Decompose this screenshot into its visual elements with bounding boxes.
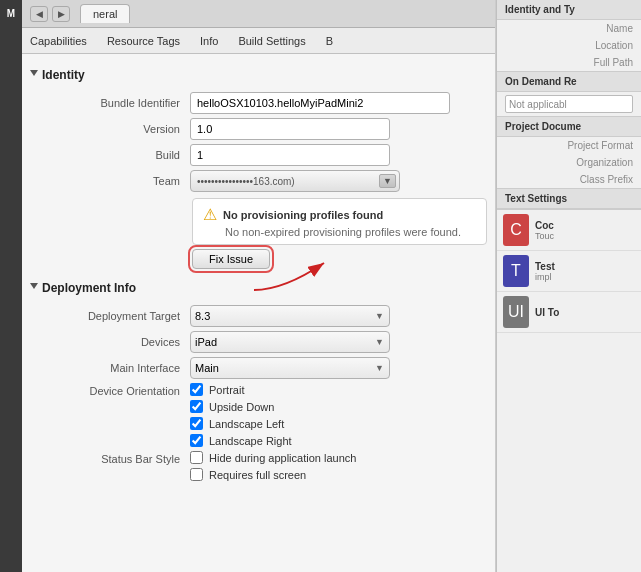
project-tab[interactable]: neral [80, 4, 130, 23]
bundle-identifier-control [190, 92, 450, 114]
identity-triangle[interactable] [30, 70, 38, 80]
upside-down-checkbox[interactable] [190, 400, 203, 413]
version-input[interactable] [190, 118, 390, 140]
portrait-checkbox[interactable] [190, 383, 203, 396]
test-file-info: Test impl [535, 261, 635, 282]
right-text-settings-section: Text Settings [497, 189, 641, 210]
right-name-row: Name [497, 20, 641, 37]
file-item-cocoa[interactable]: C Coc Touc [497, 210, 641, 251]
right-text-settings-title: Text Settings [497, 189, 641, 209]
identity-title: Identity [42, 68, 85, 82]
tab-b[interactable]: B [326, 31, 333, 51]
orientation-landscape-right[interactable]: Landscape Right [190, 434, 450, 447]
right-on-demand-title: On Demand Re [497, 72, 641, 92]
bundle-identifier-label: Bundle Identifier [30, 97, 190, 109]
sidebar-letter: M [7, 8, 15, 19]
ui-file-name: UI To [535, 307, 635, 318]
right-identity-section: Identity and Ty Name Location Full Path [497, 0, 641, 72]
warning-box: ⚠ No provisioning profiles found No non-… [192, 198, 487, 245]
orientation-checkboxes: Portrait Upside Down Landscape Left Land… [190, 383, 450, 447]
right-full-path-row: Full Path [497, 54, 641, 71]
cocoa-file-name: Coc [535, 220, 635, 231]
build-label: Build [30, 149, 190, 161]
landscape-right-label: Landscape Right [209, 435, 292, 447]
team-input[interactable] [190, 170, 400, 192]
left-sidebar: M [0, 0, 22, 572]
right-full-path-label: Full Path [505, 57, 633, 68]
orientation-portrait[interactable]: Portrait [190, 383, 450, 396]
test-icon-letter: T [511, 262, 521, 280]
warning-icon: ⚠ [203, 205, 217, 224]
nav-forward-button[interactable]: ▶ [52, 6, 70, 22]
right-organization-label: Organization [505, 157, 633, 168]
right-project-doc-section: Project Docume Project Format Organizati… [497, 117, 641, 189]
status-bar-checkboxes: Hide during application launch Requires … [190, 451, 450, 481]
file-icon-ui: UI [503, 296, 529, 328]
right-project-format-label: Project Format [505, 140, 633, 151]
cocoa-icon-letter: C [510, 221, 522, 239]
fix-issue-button[interactable]: Fix Issue [192, 249, 270, 269]
file-item-ui[interactable]: UI UI To [497, 292, 641, 333]
devices-row: Devices iPad [22, 331, 495, 353]
deployment-section: Deployment Info Deployment Target 8.3 De… [22, 279, 495, 481]
version-label: Version [30, 123, 190, 135]
team-dropdown-arrow[interactable]: ▼ [379, 174, 396, 188]
cocoa-file-info: Coc Touc [535, 220, 635, 241]
right-on-demand-input[interactable] [505, 95, 633, 113]
status-bar-row: Status Bar Style Hide during application… [22, 451, 495, 481]
tab-info[interactable]: Info [200, 31, 218, 51]
nav-controls: ◀ ▶ [30, 6, 70, 22]
warning-text: No non-expired provisioning profiles wer… [225, 226, 476, 238]
deployment-triangle[interactable] [30, 283, 38, 293]
build-row: Build [22, 144, 495, 166]
deployment-target-wrapper: 8.3 [190, 305, 390, 327]
identity-section-header: Identity [22, 66, 495, 88]
device-orientation-row: Device Orientation Portrait Upside Down … [22, 383, 495, 447]
main-interface-select[interactable]: Main [190, 357, 390, 379]
file-item-test[interactable]: T Test impl [497, 251, 641, 292]
devices-label: Devices [30, 336, 190, 348]
build-control [190, 144, 450, 166]
tab-build-settings[interactable]: Build Settings [238, 31, 305, 51]
team-label: Team [30, 175, 190, 187]
nav-back-button[interactable]: ◀ [30, 6, 48, 22]
right-on-demand-row [497, 92, 641, 116]
bundle-identifier-row: Bundle Identifier [22, 92, 495, 114]
orientation-landscape-left[interactable]: Landscape Left [190, 417, 450, 430]
file-icon-cocoa: C [503, 214, 529, 246]
tab-resource-tags[interactable]: Resource Tags [107, 31, 180, 51]
full-screen-checkbox[interactable] [190, 468, 203, 481]
orientation-upside-down[interactable]: Upside Down [190, 400, 450, 413]
upside-down-label: Upside Down [209, 401, 274, 413]
team-control: ▼ [190, 170, 450, 192]
right-organization-row: Organization [497, 154, 641, 171]
cocoa-file-desc: Touc [535, 231, 635, 241]
version-control [190, 118, 450, 140]
ui-icon-letter: UI [508, 303, 524, 321]
deployment-title: Deployment Info [42, 281, 136, 295]
requires-full-screen[interactable]: Requires full screen [190, 468, 450, 481]
hide-launch-label: Hide during application launch [209, 452, 356, 464]
hide-launch-checkbox[interactable] [190, 451, 203, 464]
main-panel: ◀ ▶ neral Capabilities Resource Tags Inf… [22, 0, 496, 572]
deployment-section-header: Deployment Info [22, 279, 495, 301]
right-project-format-row: Project Format [497, 137, 641, 154]
landscape-left-label: Landscape Left [209, 418, 284, 430]
main-interface-wrapper: Main [190, 357, 390, 379]
landscape-left-checkbox[interactable] [190, 417, 203, 430]
hide-during-launch[interactable]: Hide during application launch [190, 451, 450, 464]
build-input[interactable] [190, 144, 390, 166]
warning-title: No provisioning profiles found [223, 209, 383, 221]
main-interface-row: Main Interface Main [22, 357, 495, 379]
deployment-target-select[interactable]: 8.3 [190, 305, 390, 327]
right-on-demand-section: On Demand Re [497, 72, 641, 117]
bundle-identifier-input[interactable] [190, 92, 450, 114]
tab-capabilities[interactable]: Capabilities [30, 31, 87, 51]
landscape-right-checkbox[interactable] [190, 434, 203, 447]
ui-file-info: UI To [535, 307, 635, 318]
section-tabs: Capabilities Resource Tags Info Build Se… [22, 28, 495, 54]
tab-bar: ◀ ▶ neral [22, 0, 495, 28]
right-location-row: Location [497, 37, 641, 54]
devices-select[interactable]: iPad [190, 331, 390, 353]
right-panel: Identity and Ty Name Location Full Path … [496, 0, 641, 572]
